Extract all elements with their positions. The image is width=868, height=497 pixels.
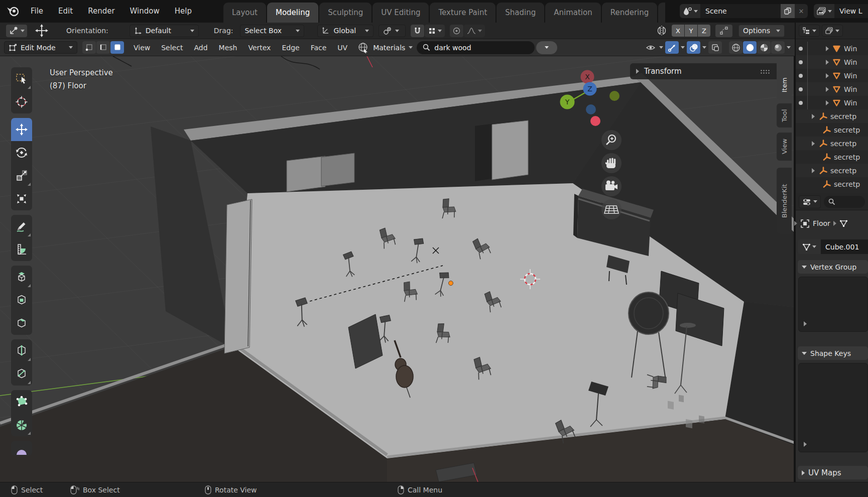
unlink-scene-icon[interactable]: ✕ <box>795 4 808 18</box>
rotate-tool[interactable] <box>11 141 32 164</box>
tab-sculpting[interactable]: Sculpting <box>319 3 371 23</box>
expand-icon[interactable] <box>826 100 829 105</box>
menu-file[interactable]: File <box>23 0 51 23</box>
menu-add[interactable]: Add <box>188 39 213 56</box>
xray-toggle-icon[interactable] <box>708 41 722 54</box>
scene-name-field[interactable]: Scene <box>700 4 781 18</box>
expand-icon[interactable] <box>812 114 815 119</box>
menu-help[interactable]: Help <box>167 0 199 23</box>
tab-layout[interactable]: Layout <box>223 3 266 23</box>
viewport-canvas[interactable] <box>0 56 795 482</box>
options-dropdown[interactable]: Options <box>738 25 785 37</box>
proportional-editing-icon[interactable] <box>450 25 463 37</box>
mesh-name-field[interactable]: Cube.001 <box>821 239 868 254</box>
inset-faces-tool[interactable] <box>11 289 32 312</box>
cursor-tool[interactable] <box>11 90 32 113</box>
outliner-row-secretp[interactable]: secretp <box>796 164 868 177</box>
snap-settings-icon[interactable] <box>425 25 445 37</box>
snap-toggle-magnet-icon[interactable] <box>411 25 424 37</box>
vertex-select-icon[interactable] <box>82 41 96 54</box>
gizmo-x-axis[interactable]: X <box>581 70 594 84</box>
mirror-icon[interactable] <box>656 25 668 37</box>
menu-render[interactable]: Render <box>80 0 122 23</box>
wireframe-shading-icon[interactable] <box>729 41 742 54</box>
asset-bar-expand-button[interactable] <box>536 41 557 54</box>
active-tool-icon[interactable] <box>6 25 27 37</box>
gizmo-y-axis[interactable]: Y <box>560 95 575 109</box>
move-gizmo-icon[interactable] <box>35 24 48 37</box>
tab-modeling[interactable]: Modeling <box>267 3 318 23</box>
blender-logo-icon[interactable] <box>6 6 20 17</box>
menu-view[interactable]: View <box>128 39 156 56</box>
visibility-eye-icon[interactable] <box>644 41 657 54</box>
gizmo-z-neg[interactable] <box>586 104 596 114</box>
properties-search-input[interactable] <box>824 196 865 208</box>
new-scene-copy-icon[interactable] <box>781 4 795 18</box>
view-layer-icon[interactable] <box>814 4 834 18</box>
asset-category-dropdown[interactable]: Materials <box>369 41 417 54</box>
tab-shading[interactable]: Shading <box>497 3 544 23</box>
poly-build-tool[interactable] <box>11 390 32 413</box>
material-shading-icon[interactable] <box>757 41 771 54</box>
3d-viewport[interactable]: User Perspective (87) Floor <box>0 56 795 482</box>
expand-icon[interactable] <box>826 73 829 78</box>
list-expand-icon[interactable] <box>804 321 807 326</box>
tab-animation[interactable]: Animation <box>545 3 600 23</box>
perspective-toggle-button[interactable] <box>601 199 622 219</box>
menu-uv[interactable]: UV <box>332 39 353 56</box>
expand-icon[interactable] <box>826 87 829 92</box>
outliner-row-secretp[interactable]: secretp <box>796 177 868 191</box>
expand-icon[interactable] <box>826 60 829 65</box>
tab-compositing[interactable]: Compos <box>658 3 665 23</box>
transform-tool[interactable] <box>11 187 32 210</box>
vertex-groups-list[interactable] <box>798 277 868 332</box>
gizmos-toggle-icon[interactable] <box>665 41 679 54</box>
vertex-groups-panel-header[interactable]: Vertex Group <box>798 260 868 274</box>
wall-cabinet[interactable] <box>287 156 325 192</box>
move-tool[interactable] <box>11 118 32 141</box>
outliner-row-window[interactable]: Win <box>796 69 868 82</box>
mesh-data-icon-button[interactable] <box>798 239 821 254</box>
expand-icon[interactable] <box>826 46 829 51</box>
mirror-z-toggle[interactable]: Z <box>698 25 710 37</box>
tab-texture-paint[interactable]: Texture Paint <box>430 3 495 23</box>
outliner-row-secretp[interactable]: secretp <box>796 109 868 123</box>
asset-search-input[interactable]: dark wood <box>417 41 535 54</box>
outliner-row-secretp[interactable]: secretp <box>796 137 868 150</box>
edge-select-icon[interactable] <box>96 41 110 54</box>
gizmo-z-axis[interactable]: Z <box>583 82 597 96</box>
orientation-dropdown[interactable]: Default <box>130 25 199 37</box>
menu-select[interactable]: Select <box>156 39 188 56</box>
knife-tool[interactable] <box>11 362 32 386</box>
pan-button[interactable] <box>601 153 622 173</box>
menu-window[interactable]: Window <box>122 0 167 23</box>
outliner-row-secretp[interactable]: secretp <box>796 123 868 137</box>
sidebar-tab-tool[interactable]: Tool <box>777 103 792 128</box>
extrude-region-tool[interactable] <box>11 266 32 289</box>
outliner-row-window[interactable]: Win <box>796 82 868 96</box>
loop-cut-tool[interactable] <box>11 339 32 362</box>
snap-individual-icon[interactable] <box>715 25 732 37</box>
view-layer-name-field[interactable]: View L <box>834 4 868 18</box>
scale-tool[interactable] <box>11 164 32 187</box>
annotate-tool[interactable] <box>11 215 32 238</box>
list-expand-icon[interactable] <box>804 442 807 447</box>
uv-maps-panel-header[interactable]: UV Maps <box>798 466 868 479</box>
overlays-toggle-icon[interactable] <box>687 41 700 54</box>
sidebar-tab-blenderkit[interactable]: BlenderKit <box>777 168 792 234</box>
measure-tool[interactable] <box>11 238 32 261</box>
sidebar-tab-item[interactable]: Item <box>777 70 792 99</box>
sidebar-tab-view[interactable]: View <box>777 133 792 161</box>
mirror-x-toggle[interactable]: X <box>672 25 684 37</box>
menu-mesh[interactable]: Mesh <box>213 39 243 56</box>
menu-edit[interactable]: Edit <box>51 0 80 23</box>
collapse-icon[interactable] <box>794 221 797 226</box>
outliner-row-window[interactable]: Win <box>796 42 868 55</box>
solid-shading-icon[interactable] <box>743 41 757 54</box>
face-select-icon[interactable] <box>110 41 124 54</box>
select-box-tool[interactable] <box>11 67 32 90</box>
mirror-y-toggle[interactable]: Y <box>685 25 697 37</box>
mode-dropdown[interactable]: Edit Mode <box>4 41 77 54</box>
gizmo-y-neg[interactable] <box>609 91 619 101</box>
expand-icon[interactable] <box>812 168 815 173</box>
